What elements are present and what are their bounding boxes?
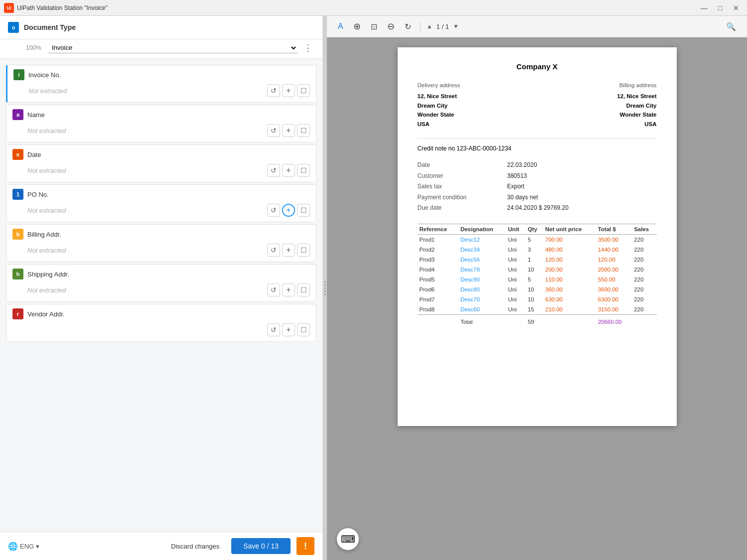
fit-button[interactable]: ⊡	[368, 20, 380, 33]
field-icon-name: a	[12, 109, 23, 120]
select-button-shipping-addr[interactable]	[297, 283, 310, 296]
next-page-button[interactable]: ▼	[453, 23, 459, 30]
field-value-shipping-addr: Not extracted	[27, 286, 264, 294]
add-button-date[interactable]	[282, 164, 295, 177]
table-row: Prod8Desc60Uni15210.003150.00220	[418, 304, 657, 315]
right-panel: A ⊕ ⊡ ⊖ ↻ ▲ 1 / 1 ▼ 🔍	[327, 16, 747, 560]
field-item-vendor-addr[interactable]: rVendor Addr.	[6, 304, 316, 342]
meta-row: Payment condition30 days net	[418, 192, 657, 203]
add-button-shipping-addr[interactable]	[282, 283, 295, 296]
doc-type-icon: o	[8, 22, 19, 33]
exclaim-button[interactable]: !	[297, 537, 314, 555]
field-value-billing-addr: Not extracted	[27, 247, 264, 254]
search-icon: 🔍	[726, 22, 736, 31]
close-button[interactable]: ✕	[729, 3, 743, 13]
add-button-po-no[interactable]	[282, 204, 295, 217]
undo-button-billing-addr[interactable]	[267, 244, 280, 257]
field-item-name[interactable]: aNameNot extracted	[6, 105, 316, 142]
more-button[interactable]: ⋮	[301, 42, 314, 53]
title-bar-controls: — □ ✕	[697, 3, 743, 13]
left-panel: o Document Type 100% Invoice ⋮ iInvoice …	[0, 16, 323, 560]
table-row: Prod6Desc80Uni10360.003600.00220	[418, 284, 657, 294]
zoom-in-icon: ⊕	[353, 21, 361, 32]
keyboard-icon: ⌨	[341, 533, 355, 545]
undo-button-name[interactable]	[267, 124, 280, 137]
add-button-vendor-addr[interactable]	[282, 323, 295, 336]
undo-button-date[interactable]	[267, 164, 280, 177]
doc-addresses: Delivery address 12, Nice Street Dream C…	[418, 81, 657, 129]
zoom-out-icon: ⊖	[387, 21, 395, 32]
rotate-icon: ↻	[405, 22, 411, 31]
doc-type-select[interactable]: Invoice	[48, 42, 298, 53]
field-name-billing-addr: Billing Addr.	[27, 231, 61, 238]
table-row: Prod1Desc12Uni5700.003500.00220	[418, 234, 657, 245]
field-item-date[interactable]: eDateNot extracted	[6, 144, 316, 182]
billing-address-col: Billing address 12, Nice Street Dream Ci…	[617, 81, 656, 129]
delivery-line-1: 12, Nice Street	[418, 92, 460, 101]
total-row: Total5920660.00	[418, 314, 657, 327]
field-item-invoice-no[interactable]: iInvoice No.Not extracted	[6, 65, 316, 103]
prev-page-button[interactable]: ▲	[427, 23, 433, 30]
minimize-button[interactable]: —	[697, 3, 711, 13]
title-bar: Ui UiPath Validation Station "Invoice" —…	[0, 0, 747, 16]
undo-button-po-no[interactable]	[267, 204, 280, 217]
field-item-shipping-addr[interactable]: hShipping Addr.Not extracted	[6, 264, 316, 302]
main-container: o Document Type 100% Invoice ⋮ iInvoice …	[0, 16, 747, 560]
billing-line-3: Wonder State	[617, 110, 656, 119]
billing-line-1: 12, Nice Street	[617, 92, 656, 101]
text-tool-icon: A	[338, 22, 343, 31]
add-button-invoice-no[interactable]	[282, 84, 295, 97]
field-item-po-no[interactable]: 1PO No.Not extracted	[6, 184, 316, 222]
select-button-invoice-no[interactable]	[297, 84, 310, 97]
field-item-billing-addr[interactable]: bBilling Addr.Not extracted	[6, 224, 316, 262]
save-button[interactable]: Save 0 / 13	[231, 538, 291, 554]
page-nav: ▲ 1 / 1 ▼	[427, 23, 459, 30]
uipath-logo: Ui	[4, 3, 14, 13]
field-name-shipping-addr: Shipping Addr.	[27, 271, 69, 278]
bottom-toolbar: 🌐 ENG ▾ Discard changes Save 0 / 13 !	[0, 532, 322, 560]
undo-button-shipping-addr[interactable]	[267, 283, 280, 296]
field-name-date: Date	[27, 151, 41, 158]
field-icon-billing-addr: b	[12, 229, 23, 240]
table-row: Prod2Desc34Uni3480.001440.00220	[418, 245, 657, 255]
language-label: ENG	[20, 543, 34, 550]
delivery-line-3: Wonder State	[418, 110, 460, 119]
zoom-in-button[interactable]: ⊕	[350, 19, 364, 34]
field-value-date: Not extracted	[27, 167, 264, 174]
delivery-address-label: Delivery address	[418, 81, 460, 90]
select-button-po-no[interactable]	[297, 204, 310, 217]
fields-list: iInvoice No.Not extractedaNameNot extrac…	[0, 59, 322, 532]
field-value-invoice-no: Not extracted	[28, 87, 264, 95]
search-button[interactable]: 🔍	[723, 20, 739, 33]
undo-button-vendor-addr[interactable]	[267, 323, 280, 336]
field-name-po-no: PO No.	[27, 191, 49, 198]
select-button-billing-addr[interactable]	[297, 244, 310, 257]
add-button-name[interactable]	[282, 124, 295, 137]
doc-type-header: o Document Type	[0, 16, 322, 39]
keyboard-fab[interactable]: ⌨	[337, 528, 359, 550]
field-icon-po-no: 1	[12, 189, 23, 200]
text-tool-button[interactable]: A	[335, 20, 346, 33]
add-button-billing-addr[interactable]	[282, 244, 295, 257]
undo-button-invoice-no[interactable]	[267, 84, 280, 97]
page-info: 1 / 1	[437, 23, 449, 30]
field-icon-shipping-addr: h	[12, 269, 23, 280]
select-button-vendor-addr[interactable]	[297, 323, 310, 336]
field-icon-vendor-addr: r	[12, 308, 23, 319]
line-items-table: ReferenceDesignationUnitQtyNet unit pric…	[418, 224, 657, 327]
table-row: Prod4Desc78Uni10200.002000.00220	[418, 265, 657, 275]
zoom-out-button[interactable]: ⊖	[384, 19, 398, 34]
billing-line-4: USA	[617, 120, 656, 129]
discard-button[interactable]: Discard changes	[165, 540, 225, 553]
doc-meta-table: Date22.03.2020Customer380513Sales taxExp…	[418, 160, 657, 214]
delivery-line-4: USA	[418, 120, 460, 129]
select-button-name[interactable]	[297, 124, 310, 137]
doc-page: Company X Delivery address 12, Nice Stre…	[398, 47, 677, 426]
field-name-name: Name	[27, 111, 45, 119]
field-value-po-no: Not extracted	[27, 207, 264, 214]
maximize-button[interactable]: □	[713, 3, 727, 13]
language-button[interactable]: 🌐 ENG ▾	[8, 542, 39, 551]
rotate-button[interactable]: ↻	[402, 20, 414, 33]
lang-chevron: ▾	[36, 543, 39, 550]
select-button-date[interactable]	[297, 164, 310, 177]
